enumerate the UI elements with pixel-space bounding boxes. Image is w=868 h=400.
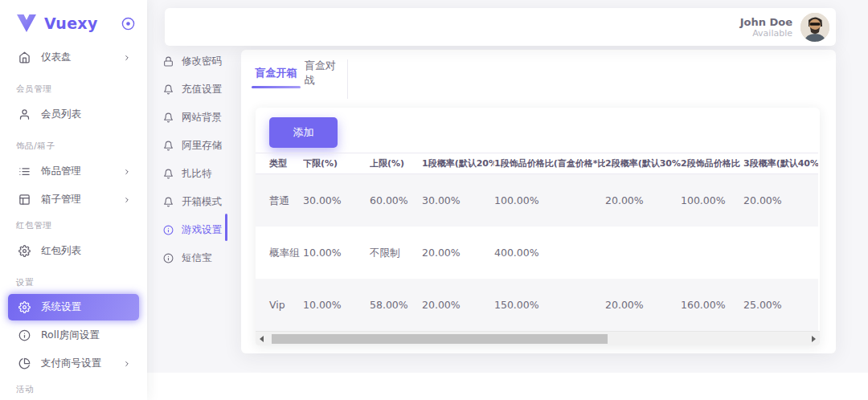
avatar-photo-icon	[800, 13, 829, 42]
cell-value: 20.00%	[743, 174, 818, 227]
user-name: John Doe	[740, 16, 792, 28]
horizontal-scrollbar[interactable]	[256, 331, 820, 345]
submenu-active-indicator	[225, 214, 227, 241]
avatar[interactable]	[800, 13, 829, 42]
info-icon	[163, 253, 174, 263]
sidebar: Vuexy 仪表盘 会员管理 会员列表 饰品/箱子	[0, 0, 147, 400]
cell-value	[743, 227, 818, 279]
col-header-seg2-price-ratio: 2段饰品价格比	[681, 153, 743, 174]
col-header-upper-limit: 上限(%)	[370, 153, 422, 174]
sidebar-item-box-management[interactable]: 箱子管理	[8, 186, 139, 213]
submenu-item-label: 网站背景	[182, 111, 222, 124]
sidebar-item-label: 红包列表	[41, 244, 81, 258]
chevron-right-icon	[123, 196, 131, 204]
sidebar-item-label: 支付商号设置	[41, 357, 101, 370]
user-status: Available	[740, 28, 792, 39]
sidebar-item-payment-merchant-settings[interactable]: 支付商号设置	[8, 350, 139, 377]
submenu-item-site-background[interactable]: 网站背景	[163, 107, 240, 128]
cell-value: 不限制	[370, 227, 422, 279]
menu-pin-toggle-icon[interactable]	[121, 17, 135, 31]
col-header-seg3-prob: 3段概率(默认40%)	[743, 153, 818, 174]
submenu-item-zhabite[interactable]: 扎比特	[163, 163, 240, 184]
submenu-item-change-password[interactable]: 修改密码	[163, 51, 240, 71]
sidebar-item-label: 仪表盘	[41, 51, 72, 64]
lock-icon	[163, 56, 174, 67]
cell-value	[681, 227, 743, 279]
sidebar-item-label: 箱子管理	[41, 193, 81, 206]
sidebar-item-dashboard[interactable]: 仪表盘	[8, 44, 139, 71]
sidebar-item-label: 饰品管理	[41, 165, 81, 178]
sidebar-item-system-settings[interactable]: 系统设置	[8, 294, 139, 320]
cell-value	[605, 227, 681, 279]
sidebar-item-roll-room-settings[interactable]: Roll房间设置	[8, 322, 139, 349]
bell-icon	[163, 197, 174, 207]
chevron-right-icon	[123, 54, 131, 62]
submenu-item-label: 阿里存储	[182, 139, 222, 153]
tab-divider	[347, 59, 348, 99]
sidebar-section-activity: 活动	[16, 384, 34, 395]
submenu-item-recharge-settings[interactable]: 充值设置	[163, 79, 240, 100]
submenu-item-label: 修改密码	[182, 55, 222, 68]
gear-icon	[18, 301, 31, 313]
submenu-item-game-settings[interactable]: 游戏设置	[163, 219, 240, 240]
sidebar-item-item-management[interactable]: 饰品管理	[8, 158, 139, 185]
cell-value: 58.00%	[370, 279, 422, 331]
pie-chart-icon	[18, 357, 31, 369]
submenu-item-label: 短信宝	[182, 251, 212, 265]
sidebar-item-redpacket-list[interactable]: 红包列表	[8, 238, 139, 264]
submenu-item-label: 扎比特	[182, 167, 212, 181]
table-header-row: 类型 下限(%) 上限(%) 1段概率(默认20%) 1段饰品价格比(盲盒价格*…	[256, 153, 818, 174]
sidebar-section-redpacket: 红包管理	[16, 220, 51, 231]
app-window: John Doe Available	[0, 0, 868, 400]
tab-blindbox-open[interactable]: 盲盒开箱	[252, 64, 301, 82]
table-card: 添加 类型 下限(%) 上限(%) 1段概率(默认20%) 1段饰品价格比(盲盒…	[256, 108, 820, 345]
sidebar-section-settings: 设置	[16, 277, 34, 288]
cell-value: 25.00%	[743, 279, 818, 331]
cell-value: 30.00%	[303, 174, 370, 227]
bell-icon	[163, 169, 174, 179]
submenu-item-sms-bao[interactable]: 短信宝	[163, 247, 240, 268]
game-settings-table: 类型 下限(%) 上限(%) 1段概率(默认20%) 1段饰品价格比(盲盒价格*…	[256, 153, 818, 331]
scroll-left-arrow-icon[interactable]	[260, 336, 264, 342]
scroll-right-arrow-icon[interactable]	[812, 336, 816, 342]
table-row: 概率组 10.00% 不限制 20.00% 400.00%	[256, 227, 818, 279]
cell-value: 30.00%	[422, 174, 494, 227]
cell-value: 60.00%	[370, 174, 422, 227]
cell-type: Vip	[256, 279, 303, 331]
submenu-item-label: 游戏设置	[182, 223, 222, 237]
user-info: John Doe Available	[740, 16, 792, 39]
cell-value: 150.00%	[494, 279, 605, 331]
scrollbar-thumb[interactable]	[272, 334, 608, 344]
user-icon	[18, 108, 31, 120]
bell-icon	[163, 84, 174, 95]
bell-icon	[163, 112, 174, 123]
submenu-item-label: 充值设置	[182, 83, 222, 96]
cell-value: 20.00%	[605, 279, 681, 331]
table-row: Vip 10.00% 58.00% 20.00% 150.00% 20.00% …	[256, 279, 818, 331]
cell-value: 10.00%	[303, 227, 370, 279]
col-header-lower-limit: 下限(%)	[303, 153, 370, 174]
sidebar-item-label: 系统设置	[41, 300, 81, 314]
cell-value: 10.00%	[303, 279, 370, 331]
cell-value: 20.00%	[422, 279, 494, 331]
tab-blindbox-battle[interactable]: 盲盒对战	[305, 64, 343, 82]
cell-type: 概率组	[256, 227, 303, 279]
info-icon	[163, 225, 174, 235]
brand-name: Vuexy	[44, 14, 98, 32]
col-header-type: 类型	[256, 153, 303, 174]
info-icon	[18, 329, 31, 341]
submenu-item-unbox-mode[interactable]: 开箱模式	[163, 191, 240, 212]
chevron-right-icon	[123, 360, 131, 368]
cell-type: 普通	[256, 174, 303, 227]
cell-value: 100.00%	[494, 174, 605, 227]
brand-logo-icon	[16, 14, 37, 33]
col-header-seg2-prob: 2段概率(默认30%)	[605, 153, 681, 174]
top-navbar: John Doe Available	[165, 8, 836, 46]
table-row: 普通 30.00% 60.00% 30.00% 100.00% 20.00% 1…	[256, 174, 818, 227]
layout-icon	[18, 194, 31, 206]
col-header-seg1-price-ratio: 1段饰品价格比(盲盒价格*比例)	[494, 153, 605, 174]
add-button[interactable]: 添加	[269, 117, 338, 148]
sidebar-item-member-list[interactable]: 会员列表	[8, 101, 139, 128]
submenu-item-ali-storage[interactable]: 阿里存储	[163, 135, 240, 156]
active-tab-underline	[252, 86, 301, 88]
